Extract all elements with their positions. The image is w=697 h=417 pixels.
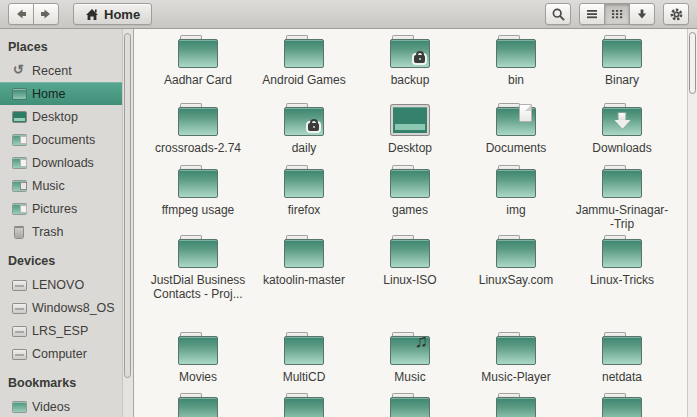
- settings-button[interactable]: [663, 3, 689, 25]
- folder-music-icon: [13, 180, 27, 192]
- sidebar-item-pictures[interactable]: Pictures: [0, 197, 122, 220]
- sidebar-item-label: Home: [32, 87, 65, 101]
- recent-icon: [13, 65, 27, 77]
- trash-icon: [13, 226, 27, 238]
- file-name: LinuxSay.com: [479, 273, 553, 287]
- file-item-partial[interactable]: [569, 393, 675, 417]
- sidebar-item-windows8-os[interactable]: Windows8_OS: [0, 296, 122, 319]
- sidebar-item-computer[interactable]: Computer: [0, 342, 122, 365]
- content-scrollbar-thumb[interactable]: [689, 32, 696, 94]
- folder-icon: [496, 165, 536, 198]
- sidebar-item-downloads[interactable]: Downloads: [0, 151, 122, 174]
- file-item[interactable]: bin: [463, 35, 569, 103]
- file-item[interactable]: backup: [357, 35, 463, 103]
- file-grid: Aadhar CardAndroid GamesbackupbinBinaryc…: [135, 29, 697, 417]
- folder-icon: [390, 235, 430, 268]
- folder-icon: [178, 393, 218, 417]
- list-view-button[interactable]: [579, 3, 605, 25]
- file-item[interactable]: Desktop: [357, 103, 463, 165]
- file-name: Android Games: [262, 73, 345, 87]
- file-item[interactable]: crossroads-2.74: [145, 103, 251, 165]
- file-item[interactable]: Android Games: [251, 35, 357, 103]
- file-item[interactable]: Music: [357, 332, 463, 393]
- sidebar-section-header: Bookmarks: [0, 365, 133, 395]
- folder-icon: [178, 332, 218, 365]
- folder-icon: [602, 393, 642, 417]
- sidebar-scrollbar-thumb[interactable]: [124, 33, 131, 378]
- sidebar-item-videos[interactable]: Videos: [0, 395, 122, 417]
- file-item[interactable]: Documents: [463, 103, 569, 165]
- file-name: ffmpeg usage: [162, 203, 235, 217]
- home-icon: [85, 8, 99, 21]
- search-button[interactable]: [545, 3, 571, 25]
- sidebar-item-trash[interactable]: Trash: [0, 220, 122, 243]
- grid-view-button[interactable]: [604, 3, 630, 25]
- folder-icon: [390, 393, 430, 417]
- file-item[interactable]: netdata: [569, 332, 675, 393]
- file-item-partial[interactable]: [251, 393, 357, 417]
- file-item[interactable]: Aadhar Card: [145, 35, 251, 103]
- sidebar-item-label: LENOVO: [32, 278, 84, 292]
- folder-icon: [602, 165, 642, 198]
- grid-view-icon: [610, 7, 624, 21]
- sidebar-scrollbar[interactable]: [122, 29, 133, 417]
- file-name: Jammu-Srinagar--Trip: [575, 203, 670, 231]
- file-item[interactable]: Binary: [569, 35, 675, 103]
- sidebar-item-home[interactable]: Home: [0, 82, 122, 105]
- sidebar-item-documents[interactable]: Documents: [0, 128, 122, 151]
- folder-icon: [178, 35, 218, 68]
- folder-icon: [602, 332, 642, 365]
- file-name: Aadhar Card: [164, 73, 232, 87]
- file-item[interactable]: games: [357, 165, 463, 235]
- list-view-icon: [585, 7, 599, 21]
- folder-icon: [496, 235, 536, 268]
- file-item[interactable]: firefox: [251, 165, 357, 235]
- file-item[interactable]: ffmpeg usage: [145, 165, 251, 235]
- folder-icon: [178, 235, 218, 268]
- lock-emblem-icon: [414, 55, 425, 63]
- sidebar-item-lenovo[interactable]: LENOVO: [0, 273, 122, 296]
- file-item-partial[interactable]: [145, 393, 251, 417]
- file-name: JustDial Business Contacts - Proj...: [151, 273, 246, 301]
- sidebar-item-lrs-esp[interactable]: LRS_ESP: [0, 319, 122, 342]
- file-name: Linux-Tricks: [590, 273, 654, 287]
- sidebar-item-recent[interactable]: Recent: [0, 59, 122, 82]
- folder-icon: [284, 235, 324, 268]
- sidebar-item-label: Recent: [32, 64, 72, 78]
- sidebar-item-label: LRS_ESP: [32, 324, 88, 338]
- sidebar-sections: PlacesRecentHomeDesktopDocumentsDownload…: [0, 29, 133, 417]
- file-item[interactable]: MultiCD: [251, 332, 357, 393]
- file-item[interactable]: katoolin-master: [251, 235, 357, 332]
- folder-icon: [390, 332, 430, 365]
- file-item[interactable]: Music-Player: [463, 332, 569, 393]
- file-item[interactable]: Jammu-Srinagar--Trip: [569, 165, 675, 235]
- file-item[interactable]: img: [463, 165, 569, 235]
- content-scrollbar[interactable]: [687, 29, 697, 417]
- file-item[interactable]: Linux-ISO: [357, 235, 463, 332]
- file-item[interactable]: Movies: [145, 332, 251, 393]
- file-item[interactable]: Downloads: [569, 103, 675, 165]
- sidebar-item-label: Trash: [32, 225, 64, 239]
- file-item[interactable]: JustDial Business Contacts - Proj...: [145, 235, 251, 332]
- file-name: daily: [292, 141, 317, 155]
- sidebar-item-music[interactable]: Music: [0, 174, 122, 197]
- folder-icon: [390, 165, 430, 198]
- file-item[interactable]: LinuxSay.com: [463, 235, 569, 332]
- forward-arrow-icon: [39, 7, 53, 21]
- search-icon: [551, 7, 566, 22]
- folder-icon: [284, 332, 324, 365]
- back-button[interactable]: [8, 3, 34, 25]
- forward-button[interactable]: [33, 3, 59, 25]
- download-arrow-emblem-icon: [619, 113, 626, 120]
- sidebar-section-header: Places: [0, 29, 133, 59]
- sort-order-button[interactable]: [629, 3, 655, 25]
- file-item-partial[interactable]: [357, 393, 463, 417]
- file-item[interactable]: daily: [251, 103, 357, 165]
- file-item-partial[interactable]: [463, 393, 569, 417]
- sidebar-item-desktop[interactable]: Desktop: [0, 105, 122, 128]
- content-pane[interactable]: Aadhar CardAndroid GamesbackupbinBinaryc…: [135, 29, 697, 417]
- lock-emblem-icon: [308, 123, 319, 131]
- file-item[interactable]: Linux-Tricks: [569, 235, 675, 332]
- home-breadcrumb-button[interactable]: Home: [73, 3, 152, 25]
- sidebar-item-label: Documents: [32, 133, 95, 147]
